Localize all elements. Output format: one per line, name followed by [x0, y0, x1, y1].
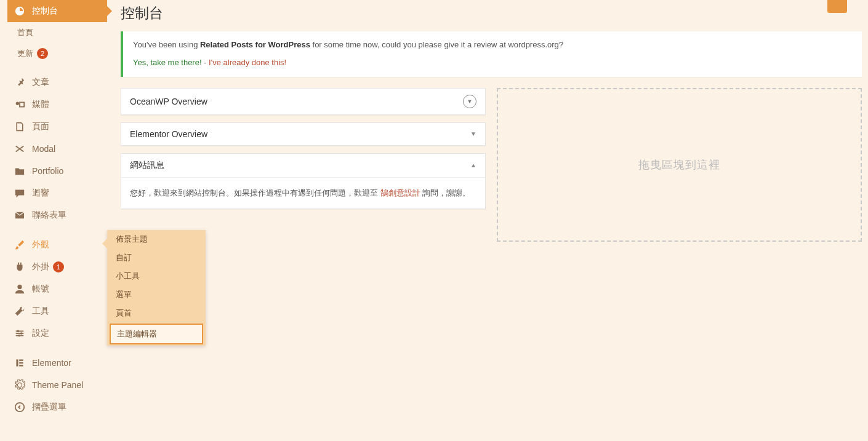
postbox-header[interactable]: 網站訊息 ▲ [121, 154, 485, 177]
svg-rect-10 [19, 362, 23, 364]
svg-point-7 [18, 335, 20, 337]
sidebar-subitem-home[interactable]: 首頁 [7, 22, 107, 43]
flyout-item-customize[interactable]: 自訂 [107, 248, 206, 267]
plugins-badge: 1 [53, 261, 64, 272]
menu-separator [7, 344, 107, 352]
sidebar-item-pages[interactable]: 頁面 [7, 116, 107, 138]
sidebar-item-tools[interactable]: 工具 [7, 300, 107, 322]
menu-separator [7, 226, 107, 234]
pages-icon [14, 121, 26, 133]
dashboard-widgets: OceanWP Overview ▼ Elementor Overview ▼ … [121, 88, 862, 242]
sidebar-item-label: 設定 [32, 328, 49, 339]
sidebar-item-contact[interactable]: 聯絡表單 [7, 204, 107, 226]
sidebar-item-elementor[interactable]: Elementor [7, 352, 107, 374]
sidebar-item-posts[interactable]: 文章 [7, 71, 107, 93]
sidebar-item-media[interactable]: 媒體 [7, 93, 107, 116]
svg-rect-11 [19, 365, 23, 366]
sidebar-item-comments[interactable]: 迴響 [7, 182, 107, 204]
notice-link-done[interactable]: I've already done this! [209, 58, 286, 67]
sidebar-item-plugins[interactable]: 外掛 1 [7, 256, 107, 278]
menu-separator [7, 64, 107, 71]
sidebar-collapse[interactable]: 摺疊選單 [7, 396, 107, 418]
sidebar-item-label: 帳號 [32, 284, 49, 295]
sidebar-item-label: Elementor [32, 358, 71, 368]
sidebar-item-portfolio[interactable]: Portfolio [7, 160, 107, 182]
sidebar-item-label: Theme Panel [32, 380, 83, 390]
sidebar-item-label: 外掛 [32, 261, 49, 272]
sidebar-item-appearance[interactable]: 外觀 [7, 234, 107, 256]
sidebar-item-label: 摺疊選單 [32, 402, 66, 413]
flyout-item-theme-editor[interactable]: 主題編輯器 [110, 324, 203, 344]
sidebar-item-users[interactable]: 帳號 [7, 278, 107, 300]
widgets-col-left: OceanWP Overview ▼ Elementor Overview ▼ … [121, 88, 486, 242]
sidebar-item-label: 工具 [32, 306, 49, 317]
svg-point-1 [17, 285, 22, 289]
updates-badge: 2 [37, 48, 48, 59]
dashboard-icon [14, 5, 26, 17]
toggle-down-icon[interactable]: ▼ [463, 95, 476, 108]
toggle-up-icon[interactable]: ▲ [470, 162, 476, 169]
settings-icon [14, 327, 26, 340]
notice-link-yes[interactable]: Yes, take me there! [133, 58, 202, 67]
sidebar-item-theme-panel[interactable]: Theme Panel [7, 374, 107, 396]
notice-text: You've been using Related Posts for Word… [133, 39, 852, 52]
admin-sidebar: 控制台 首頁 更新 2 文章 媒體 頁面 Modal Portfolio [7, 0, 107, 441]
appearance-submenu: 佈景主題 自訂 小工具 選單 頁首 主題編輯器 [107, 230, 206, 346]
sidebar-item-label: Portfolio [32, 166, 63, 176]
brush-icon [14, 239, 26, 251]
comments-icon [14, 187, 26, 199]
postbox-title: 網站訊息 [130, 160, 164, 171]
flyout-item-header[interactable]: 頁首 [107, 304, 206, 322]
collapse-icon [14, 401, 26, 413]
site-info-link[interactable]: 鵠創意設計 [380, 188, 420, 197]
page-title: 控制台 [117, 0, 862, 31]
sidebar-item-dashboard[interactable]: 控制台 [7, 0, 107, 22]
flyout-item-widgets[interactable]: 小工具 [107, 267, 206, 285]
postbox-elementor: Elementor Overview ▼ [121, 122, 486, 146]
svg-point-6 [20, 332, 23, 335]
sidebar-item-label: 迴響 [32, 188, 49, 199]
screen-options-button[interactable] [827, 0, 847, 13]
svg-point-12 [15, 403, 24, 411]
sidebar-item-label: Modal [32, 144, 55, 154]
sidebar-item-label: 頁面 [32, 121, 49, 132]
svg-point-5 [17, 330, 20, 333]
flyout-item-themes[interactable]: 佈景主題 [107, 230, 206, 248]
sidebar-item-label: 聯絡表單 [32, 210, 66, 221]
sidebar-subitem-updates[interactable]: 更新 2 [7, 43, 107, 64]
notice-actions: Yes, take me there! - I've already done … [133, 57, 852, 70]
sidebar-item-label: 文章 [32, 77, 49, 88]
postbox-title: OceanWP Overview [130, 97, 207, 106]
svg-rect-8 [16, 359, 18, 366]
sidebar-item-settings[interactable]: 設定 [7, 322, 107, 344]
postbox-header[interactable]: OceanWP Overview ▼ [121, 89, 485, 114]
svg-rect-9 [19, 359, 23, 360]
sidebar-item-modal[interactable]: Modal [7, 138, 107, 160]
postbox-title: Elementor Overview [130, 129, 207, 139]
sidebar-item-label: 更新 [17, 48, 33, 59]
svg-point-0 [16, 102, 19, 105]
toggle-down-icon[interactable]: ▼ [470, 130, 476, 137]
user-icon [14, 283, 26, 295]
postbox-site-info: 網站訊息 ▲ 您好，歡迎來到網站控制台。如果操作過程中有遇到任何問題，歡迎至 鵠… [121, 153, 486, 209]
sidebar-item-label: 媒體 [32, 99, 49, 110]
elementor-icon [14, 357, 26, 369]
postbox-header[interactable]: Elementor Overview ▼ [121, 123, 485, 145]
sidebar-item-label: 首頁 [17, 27, 33, 38]
sidebar-item-label: 外觀 [32, 239, 49, 250]
postbox-body: 您好，歡迎來到網站控制台。如果操作過程中有遇到任何問題，歡迎至 鵠創意設計 詢問… [121, 177, 485, 209]
media-icon [14, 98, 26, 111]
review-notice: You've been using Related Posts for Word… [121, 31, 862, 77]
dropzone-text: 拖曳區塊到這裡 [638, 157, 720, 172]
wrench-icon [14, 305, 26, 317]
postbox-oceanwp: OceanWP Overview ▼ [121, 88, 486, 115]
pin-icon [14, 76, 26, 89]
gear-icon [14, 379, 26, 391]
sidebar-item-label: 控制台 [32, 6, 58, 17]
modal-icon [14, 143, 26, 155]
mail-icon [14, 209, 26, 221]
portfolio-icon [14, 165, 26, 177]
flyout-item-menus[interactable]: 選單 [107, 285, 206, 304]
widget-dropzone[interactable]: 拖曳區塊到這裡 [497, 88, 862, 242]
widgets-col-right: 拖曳區塊到這裡 [497, 88, 862, 242]
